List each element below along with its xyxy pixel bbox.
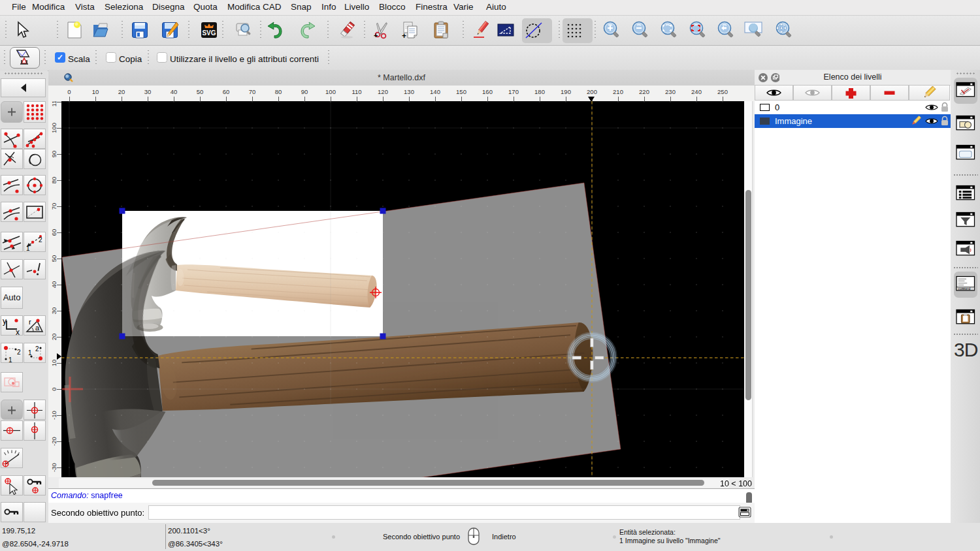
svg-text:command: command — [958, 287, 971, 291]
svg-text:r: r — [29, 318, 31, 326]
svg-text:2: 2 — [35, 345, 39, 353]
svg-text:1: 1 — [8, 356, 12, 362]
svg-text:2: 2 — [39, 236, 42, 244]
svg-text:a: a — [35, 324, 40, 332]
svg-text:SVG: SVG — [202, 29, 216, 37]
svg-text:1: 1 — [26, 245, 30, 251]
svg-text:x: x — [16, 328, 20, 335]
svg-text:y: y — [3, 317, 7, 326]
svg-text:2: 2 — [17, 349, 21, 356]
svg-text:+: + — [402, 31, 406, 39]
svg-text:+: + — [374, 31, 378, 39]
svg-text:1: 1 — [28, 349, 32, 356]
